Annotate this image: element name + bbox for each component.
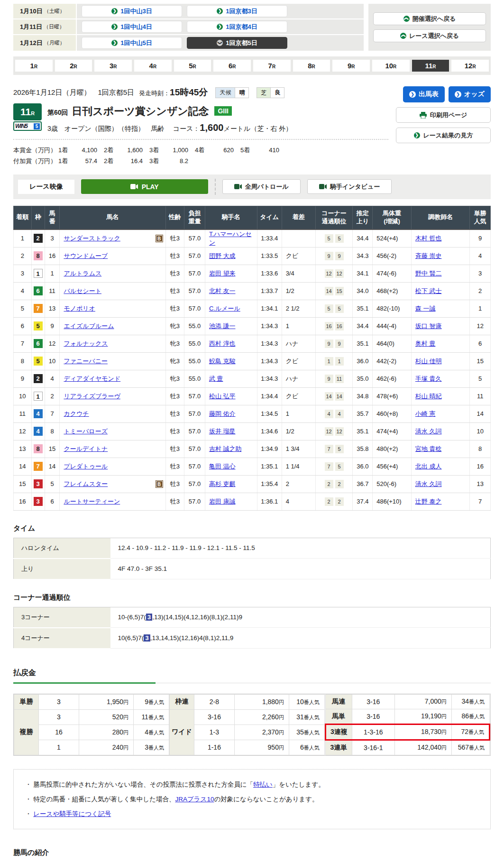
meeting-button[interactable]: ❯1回中山5日: [82, 37, 182, 49]
race-tab-1r[interactable]: 1R: [15, 60, 53, 72]
note-link[interactable]: 特払い: [253, 781, 273, 788]
race-tab-8r[interactable]: 8R: [293, 60, 330, 72]
back-to-race-select-button[interactable]: ❯ レース選択へ戻る: [373, 29, 486, 42]
jockey-cell: 池添 謙一: [205, 317, 257, 335]
results-guide-button[interactable]: ❯ レース結果の見方: [396, 128, 491, 143]
horse-name-link[interactable]: クールデイトナ: [64, 445, 108, 452]
trainer-link[interactable]: 清水 久詞: [415, 428, 442, 435]
win-popularity: 8: [470, 440, 491, 458]
trainer-link[interactable]: 辻野 泰之: [415, 498, 442, 505]
race-tab-4r[interactable]: 4R: [134, 60, 172, 72]
horse-name-link[interactable]: フォルナックス: [64, 340, 108, 347]
corner-row: 3コーナー10-(6,5)7(3,13)(14,15)(4,12,16)(8,1…: [14, 607, 491, 628]
jockey-link[interactable]: 北村 友一: [209, 287, 236, 294]
patrol-video-button[interactable]: 全周パトロール: [222, 179, 301, 194]
meeting-button[interactable]: ❯1回中山4日: [82, 21, 182, 33]
race-tab-12r[interactable]: 12R: [451, 60, 489, 72]
jockey-link[interactable]: 亀田 温心: [209, 463, 236, 470]
play-button[interactable]: PLAY: [81, 179, 208, 194]
trainer-link[interactable]: 宮地 貴稔: [415, 445, 442, 452]
race-tab-7r[interactable]: 7R: [253, 60, 291, 72]
print-page-button[interactable]: 印刷用ページ: [396, 107, 491, 123]
jockey-link[interactable]: 武 豊: [209, 375, 223, 382]
note-link[interactable]: JRAプラス10: [175, 796, 214, 803]
jockey-link[interactable]: 松山 弘平: [209, 393, 236, 400]
trainer-link[interactable]: 奥村 豊: [415, 340, 436, 347]
jockey-link[interactable]: 高杉 吏麒: [209, 480, 236, 487]
time-row-label: ハロンタイム: [14, 538, 110, 559]
note-link[interactable]: レースや騎手等につく記号: [33, 810, 111, 817]
horse-name-link[interactable]: リアライズブラーヴ: [64, 393, 120, 400]
race-tab-3r[interactable]: 3R: [94, 60, 132, 72]
horse-name-link[interactable]: サンダーストラック: [64, 235, 120, 242]
race-tab-11r[interactable]: 11R: [412, 60, 449, 72]
trainer-link[interactable]: 杉山 佳明: [415, 358, 442, 365]
jockey-link[interactable]: 団野 大成: [209, 252, 236, 259]
race-date: 2026年1月12日（月曜） 1回京都5日: [13, 88, 134, 97]
jockey-interview-label: 騎手インタビュー: [330, 183, 380, 191]
finish-time: 1:35.1: [257, 458, 282, 475]
trainer-link[interactable]: 小崎 憲: [415, 410, 436, 417]
payout-combination: 3-16: [352, 709, 394, 724]
jockey-interview-button[interactable]: 騎手インタビュー: [307, 179, 392, 194]
horse-name-link[interactable]: ルートサーティーン: [64, 498, 120, 505]
horse-name-link[interactable]: カクウチ: [64, 410, 89, 417]
payout-amount: 520円: [79, 709, 134, 724]
jockey-link[interactable]: 西村 淳也: [209, 340, 236, 347]
race-tab-6r[interactable]: 6R: [213, 60, 251, 72]
popularity-suffix: 番人気: [304, 699, 320, 705]
horse-name-link[interactable]: サウンドムーブ: [64, 252, 108, 259]
popularity-suffix: 番人気: [304, 730, 320, 735]
jockey-cell: 松山 弘平: [205, 387, 257, 405]
column-header: 着差: [282, 206, 315, 229]
back-to-kaisai-label: 開催選択へ戻る: [412, 15, 456, 23]
race-tab-2r[interactable]: 2R: [55, 60, 92, 72]
jockey-link[interactable]: 藤岡 佑介: [209, 410, 236, 417]
race-tab-9r[interactable]: 9R: [332, 60, 370, 72]
horse-name-link[interactable]: フレイムスター: [64, 480, 108, 487]
trainer-link[interactable]: 杉山 晴紀: [415, 393, 442, 400]
jockey-link[interactable]: C.ルメール: [209, 305, 240, 312]
trainer-link[interactable]: 清水 久詞: [415, 480, 442, 487]
margin: 1 3/4: [282, 440, 315, 458]
trainer-link[interactable]: 手塚 貴久: [415, 375, 442, 382]
odds-button[interactable]: ❯ オッズ: [449, 86, 491, 102]
carried-weight: 57.0: [184, 300, 205, 317]
horse-name-link[interactable]: ファニーバニー: [64, 358, 108, 365]
trainer-link[interactable]: 木村 哲也: [415, 235, 442, 242]
trainer-link[interactable]: 野中 賢二: [415, 270, 442, 277]
jockey-link[interactable]: 鮫島 克駿: [209, 358, 236, 365]
trainer-link[interactable]: 斉藤 崇史: [415, 252, 442, 259]
trainer-link[interactable]: 坂口 智康: [415, 322, 442, 330]
jockey-link[interactable]: 岩田 望来: [209, 270, 236, 277]
meeting-button[interactable]: ❯1回京都5日: [187, 37, 287, 49]
entries-button[interactable]: ❯ 出馬表: [403, 86, 445, 102]
jockey-link[interactable]: 坂井 瑠星: [209, 428, 236, 435]
trainer-link[interactable]: 森 一誠: [415, 305, 436, 312]
jockey-link[interactable]: 吉村 誠之助: [209, 445, 242, 452]
horse-name-link[interactable]: アルトラムス: [64, 270, 101, 277]
trainer-link[interactable]: 北出 成人: [415, 463, 442, 470]
grade-badge: GIII: [214, 106, 232, 116]
trainer-link[interactable]: 松下 武士: [415, 287, 442, 294]
meeting-button[interactable]: ❯1回京都4日: [187, 21, 287, 33]
race-tab-10r[interactable]: 10R: [372, 60, 410, 72]
back-to-kaisai-button[interactable]: ❯ 開催選択へ戻る: [373, 12, 486, 25]
horse-name-link[interactable]: モノポリオ: [64, 305, 95, 312]
table-row: 4611バルセシート牡357.0北村 友一1:33.71/2141534.046…: [14, 282, 491, 300]
meeting-button[interactable]: ❯1回中山3日: [82, 5, 182, 17]
horse-name-link[interactable]: ディアダイヤモンド: [64, 375, 120, 382]
finish-time: 1:35.4: [257, 475, 282, 493]
race-tab-5r[interactable]: 5R: [174, 60, 211, 72]
horse-name-link[interactable]: エイズルブルーム: [64, 322, 114, 330]
jockey-link[interactable]: T.ハマーハンセン: [209, 230, 252, 246]
race-name: 日刊スポーツ賞シンザン記念: [72, 105, 209, 117]
horse-name-link[interactable]: トミーバローズ: [64, 428, 108, 435]
jockey-link[interactable]: 池添 謙一: [209, 322, 236, 330]
corner-position: 9: [335, 339, 344, 348]
horse-name-link[interactable]: バルセシート: [64, 287, 101, 294]
weather-value: 晴: [235, 87, 249, 98]
horse-name-link[interactable]: プレダトゥール: [64, 463, 108, 470]
jockey-link[interactable]: 岩田 康誠: [209, 498, 236, 505]
meeting-button[interactable]: ❯1回京都3日: [187, 5, 287, 17]
